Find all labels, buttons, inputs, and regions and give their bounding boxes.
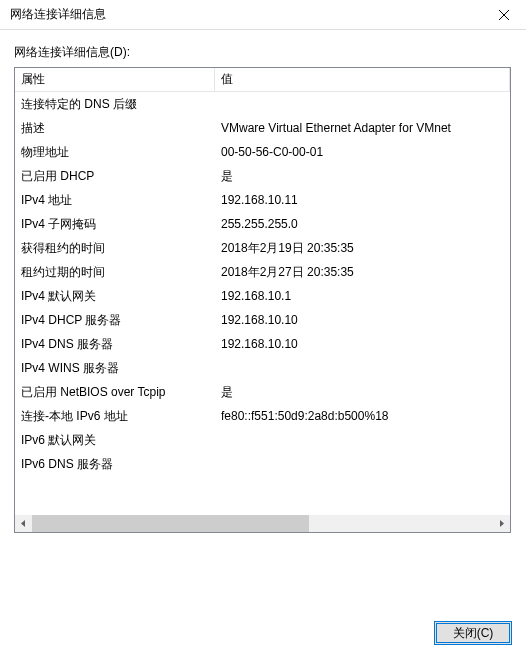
property-cell: 连接特定的 DNS 后缀 (15, 93, 215, 116)
value-cell: 192.168.10.11 (215, 190, 510, 210)
table-row[interactable]: 连接特定的 DNS 后缀 (15, 92, 510, 116)
svg-marker-2 (21, 520, 25, 527)
close-icon[interactable] (481, 0, 526, 30)
details-list: 属性 值 连接特定的 DNS 后缀描述VMware Virtual Ethern… (14, 67, 511, 533)
property-cell: 已启用 DHCP (15, 165, 215, 188)
property-cell: IPv4 DHCP 服务器 (15, 309, 215, 332)
property-cell: IPv4 子网掩码 (15, 213, 215, 236)
table-row[interactable]: 物理地址00-50-56-C0-00-01 (15, 140, 510, 164)
table-row[interactable]: IPv4 DNS 服务器192.168.10.10 (15, 332, 510, 356)
value-cell (215, 101, 510, 107)
property-cell: 连接-本地 IPv6 地址 (15, 405, 215, 428)
value-cell: 2018年2月19日 20:35:35 (215, 237, 510, 260)
svg-marker-3 (500, 520, 504, 527)
close-button[interactable]: 关闭(C) (434, 621, 512, 645)
table-row[interactable]: 获得租约的时间2018年2月19日 20:35:35 (15, 236, 510, 260)
value-cell (215, 365, 510, 371)
property-cell: 已启用 NetBIOS over Tcpip (15, 381, 215, 404)
button-row: 关闭(C) (434, 621, 512, 645)
list-header: 属性 值 (15, 68, 510, 92)
value-cell: 192.168.10.10 (215, 310, 510, 330)
table-row[interactable]: IPv4 地址192.168.10.11 (15, 188, 510, 212)
table-row[interactable]: IPv4 WINS 服务器 (15, 356, 510, 380)
table-row[interactable]: 连接-本地 IPv6 地址fe80::f551:50d9:2a8d:b500%1… (15, 404, 510, 428)
property-cell: IPv4 DNS 服务器 (15, 333, 215, 356)
value-cell: 00-50-56-C0-00-01 (215, 142, 510, 162)
titlebar: 网络连接详细信息 (0, 0, 526, 30)
horizontal-scrollbar[interactable] (15, 515, 510, 532)
details-label: 网络连接详细信息(D): (14, 44, 512, 61)
scroll-track[interactable] (32, 515, 493, 532)
value-cell: 255.255.255.0 (215, 214, 510, 234)
table-row[interactable]: IPv6 DNS 服务器 (15, 452, 510, 476)
scroll-thumb[interactable] (32, 515, 309, 532)
value-cell (215, 437, 510, 443)
table-row[interactable]: 已启用 NetBIOS over Tcpip是 (15, 380, 510, 404)
table-row[interactable]: IPv4 DHCP 服务器192.168.10.10 (15, 308, 510, 332)
window-title: 网络连接详细信息 (10, 6, 481, 23)
value-cell: 192.168.10.1 (215, 286, 510, 306)
column-header-property[interactable]: 属性 (15, 67, 215, 92)
table-row[interactable]: 已启用 DHCP是 (15, 164, 510, 188)
list-body: 连接特定的 DNS 后缀描述VMware Virtual Ethernet Ad… (15, 92, 510, 516)
value-cell: fe80::f551:50d9:2a8d:b500%18 (215, 406, 510, 426)
property-cell: 获得租约的时间 (15, 237, 215, 260)
value-cell: 是 (215, 165, 510, 188)
table-row[interactable]: 描述VMware Virtual Ethernet Adapter for VM… (15, 116, 510, 140)
table-row[interactable]: 租约过期的时间2018年2月27日 20:35:35 (15, 260, 510, 284)
value-cell: VMware Virtual Ethernet Adapter for VMne… (215, 118, 510, 138)
property-cell: IPv4 WINS 服务器 (15, 357, 215, 380)
property-cell: IPv6 DNS 服务器 (15, 453, 215, 476)
property-cell: 租约过期的时间 (15, 261, 215, 284)
property-cell: IPv4 默认网关 (15, 285, 215, 308)
value-cell: 192.168.10.10 (215, 334, 510, 354)
value-cell (215, 461, 510, 467)
value-cell: 2018年2月27日 20:35:35 (215, 261, 510, 284)
content-area: 网络连接详细信息(D): 属性 值 连接特定的 DNS 后缀描述VMware V… (0, 30, 526, 533)
property-cell: IPv6 默认网关 (15, 429, 215, 452)
column-header-value[interactable]: 值 (215, 67, 510, 92)
property-cell: IPv4 地址 (15, 189, 215, 212)
table-row[interactable]: IPv4 子网掩码255.255.255.0 (15, 212, 510, 236)
value-cell: 是 (215, 381, 510, 404)
scroll-left-button[interactable] (15, 515, 32, 532)
table-row[interactable]: IPv6 默认网关 (15, 428, 510, 452)
property-cell: 物理地址 (15, 141, 215, 164)
table-row[interactable]: IPv4 默认网关192.168.10.1 (15, 284, 510, 308)
scroll-right-button[interactable] (493, 515, 510, 532)
property-cell: 描述 (15, 117, 215, 140)
